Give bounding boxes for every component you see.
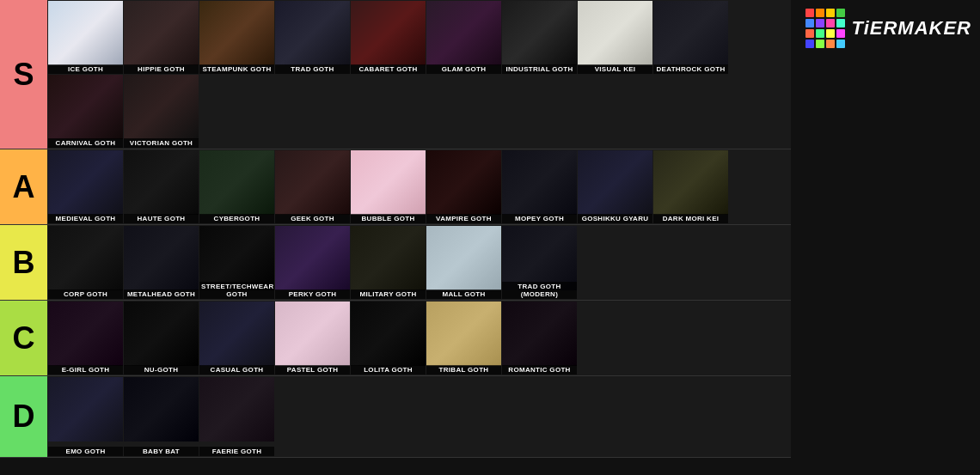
- tier-label-a: A: [0, 149, 47, 224]
- tier-item-label: VICTORIAN GOTH: [124, 138, 199, 148]
- list-item[interactable]: VISUAL KEI: [578, 1, 652, 74]
- tier-item-label: GOSHIKKU GYARU: [578, 214, 652, 223]
- tier-row-a: A MEDIEVAL GOTH HAUTE GOTH CYBERGOTH GEE…: [0, 149, 791, 225]
- list-item[interactable]: MEDIEVAL GOTH: [48, 150, 123, 223]
- tier-item-img: [124, 226, 199, 290]
- list-item[interactable]: DARK MORI KEI: [653, 150, 728, 223]
- list-item[interactable]: MOPEY GOTH: [502, 150, 577, 223]
- list-item[interactable]: STREET/TECHWEAR GOTH: [199, 226, 274, 299]
- list-item[interactable]: HIPPIE GOTH: [124, 1, 199, 74]
- logo-cell: [836, 40, 845, 48]
- tier-item-label: TRAD GOTH (MODERN): [502, 282, 577, 299]
- list-item[interactable]: E-GIRL GOTH: [48, 301, 123, 375]
- tier-item-img: [653, 150, 728, 215]
- list-item[interactable]: CABARET GOTH: [351, 1, 426, 74]
- tier-label-d: D: [0, 376, 47, 457]
- list-item[interactable]: HAUTE GOTH: [124, 150, 199, 223]
- list-item[interactable]: FAERIE GOTH: [199, 377, 274, 456]
- tier-row-d: D EMO GOTH BABY BAT FAERIE GOTH: [0, 376, 791, 458]
- tier-item-label: ICE GOTH: [48, 64, 123, 74]
- tier-item-label: CORP GOTH: [48, 289, 123, 299]
- tier-items-d: EMO GOTH BABY BAT FAERIE GOTH: [47, 376, 791, 457]
- list-item[interactable]: EMO GOTH: [48, 377, 123, 456]
- tier-label-s: S: [0, 0, 47, 149]
- tier-row-c: C E-GIRL GOTH NU-GOTH CASUAL GOTH PASTEL…: [0, 301, 791, 376]
- list-item[interactable]: BUBBLE GOTH: [351, 150, 426, 223]
- list-item[interactable]: NU-GOTH: [124, 301, 199, 375]
- tier-item-label: CABARET GOTH: [351, 64, 426, 74]
- tier-item-img: [124, 377, 199, 442]
- list-item[interactable]: TRAD GOTH (MODERN): [502, 226, 577, 299]
- tier-items-a: MEDIEVAL GOTH HAUTE GOTH CYBERGOTH GEEK …: [47, 149, 791, 224]
- list-item[interactable]: ROMANTIC GOTH: [502, 301, 577, 375]
- list-item[interactable]: GOSHIKKU GYARU: [578, 150, 652, 223]
- list-item[interactable]: CYBERGOTH: [199, 150, 274, 223]
- tier-item-label: NU-GOTH: [124, 365, 199, 375]
- tier-item-img: [426, 301, 501, 366]
- tier-item-label: MOPEY GOTH: [502, 214, 577, 223]
- tier-item-img: [124, 1, 199, 65]
- tier-item-img: [199, 226, 274, 290]
- tier-row-s: S ICE GOTH HIPPIE GOTH STEAMPUNK GOTH: [0, 0, 791, 149]
- tier-item-label: E-GIRL GOTH: [48, 365, 123, 375]
- logo-cell: [816, 29, 824, 38]
- list-item[interactable]: VAMPIRE GOTH: [426, 150, 501, 223]
- tier-item-label: VISUAL KEI: [578, 64, 652, 74]
- list-item[interactable]: INDUSTRIAL GOTH: [502, 1, 577, 74]
- tier-items-b: CORP GOTH METALHEAD GOTH STREET/TECHWEAR…: [47, 225, 791, 300]
- logo-cell: [826, 19, 835, 27]
- list-item[interactable]: ICE GOTH: [48, 1, 123, 74]
- list-item[interactable]: CASUAL GOTH: [199, 301, 274, 375]
- tier-item-label: DARK MORI KEI: [653, 214, 728, 223]
- logo-cell: [816, 40, 824, 48]
- logo-cell: [805, 9, 814, 17]
- tier-item-label: FAERIE GOTH: [199, 447, 274, 456]
- list-item[interactable]: CARNIVAL GOTH: [48, 75, 123, 148]
- logo-cell: [805, 40, 814, 48]
- tier-item-label: GEEK GOTH: [275, 214, 350, 223]
- tier-item-label: METALHEAD GOTH: [124, 289, 199, 299]
- tier-item-img: [124, 301, 199, 366]
- list-item[interactable]: LOLITA GOTH: [351, 301, 426, 375]
- tier-item-label: BUBBLE GOTH: [351, 214, 426, 223]
- logo-cell: [805, 19, 814, 27]
- list-item[interactable]: MALL GOTH: [426, 226, 501, 299]
- list-item[interactable]: TRIBAL GOTH: [426, 301, 501, 375]
- tier-item-label: PERKY GOTH: [275, 289, 350, 299]
- tier-label-b: B: [0, 225, 47, 300]
- list-item[interactable]: VICTORIAN GOTH: [124, 75, 199, 148]
- tier-item-img: [199, 150, 274, 215]
- tier-item-label: GLAM GOTH: [426, 64, 501, 74]
- list-item[interactable]: PASTEL GOTH: [275, 301, 350, 375]
- list-item[interactable]: GEEK GOTH: [275, 150, 350, 223]
- tier-item-label: TRIBAL GOTH: [426, 365, 501, 375]
- list-item[interactable]: BABY BAT: [124, 377, 199, 456]
- list-item[interactable]: PERKY GOTH: [275, 226, 350, 299]
- logo-cell: [826, 9, 835, 17]
- logo-text: TiERMAKER: [852, 17, 971, 40]
- tier-item-img: [502, 1, 577, 65]
- tier-item-label: EMO GOTH: [48, 447, 123, 456]
- tier-item-img: [48, 301, 123, 366]
- list-item[interactable]: GLAM GOTH: [426, 1, 501, 74]
- tier-item-img: [351, 226, 426, 290]
- main-container: S ICE GOTH HIPPIE GOTH STEAMPUNK GOTH: [0, 0, 980, 475]
- list-item[interactable]: TRAD GOTH: [275, 1, 350, 74]
- list-item[interactable]: METALHEAD GOTH: [124, 226, 199, 299]
- tier-item-img: [502, 150, 577, 215]
- tier-item-img: [275, 1, 350, 65]
- logo-cell: [816, 9, 824, 17]
- list-item[interactable]: DEATHROCK GOTH: [653, 1, 728, 74]
- tier-item-img: [48, 226, 123, 290]
- tier-item-img: [275, 301, 350, 366]
- logo-cell: [826, 29, 835, 38]
- list-item[interactable]: STEAMPUNK GOTH: [199, 1, 274, 74]
- logo-cell: [836, 19, 845, 27]
- tier-item-label: MEDIEVAL GOTH: [48, 214, 123, 223]
- list-item[interactable]: MILITARY GOTH: [351, 226, 426, 299]
- list-item[interactable]: CORP GOTH: [48, 226, 123, 299]
- tier-item-img: [351, 150, 426, 215]
- logo-cell: [836, 9, 845, 17]
- tier-item-label: STEAMPUNK GOTH: [199, 64, 274, 74]
- tier-item-img: [199, 1, 274, 65]
